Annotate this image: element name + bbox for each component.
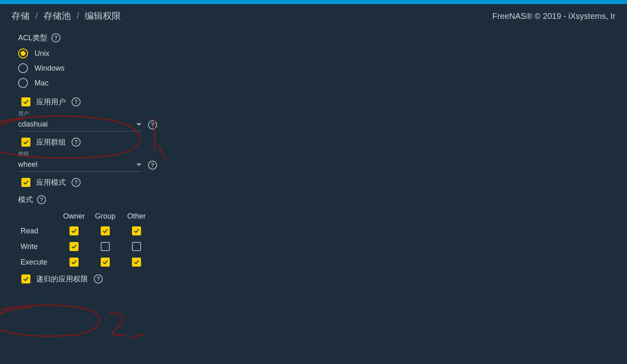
user-select-value: cdashuai <box>18 120 48 129</box>
mode-label: 模式 <box>18 195 33 205</box>
radio-button[interactable] <box>18 78 28 88</box>
apply-group-checkbox[interactable] <box>21 138 30 147</box>
help-icon[interactable]: ? <box>72 138 81 147</box>
perm-row-read: Read <box>21 226 609 235</box>
breadcrumb: 存储 / 存储池 / 编辑权限 <box>12 10 121 22</box>
group-select-value: wheel <box>18 160 37 169</box>
group-select-block: 群组 wheel ? <box>18 150 609 172</box>
help-icon[interactable]: ? <box>51 33 60 42</box>
perm-write-other-checkbox[interactable] <box>132 242 141 251</box>
permissions-header: Owner Group Other <box>21 212 609 221</box>
perm-read-other-checkbox[interactable] <box>132 226 141 235</box>
breadcrumb-separator: / <box>76 11 79 21</box>
col-group: Group <box>90 212 121 221</box>
perm-read-owner-checkbox[interactable] <box>69 226 79 235</box>
user-select-label: 用户 <box>18 110 609 117</box>
group-select-label: 群组 <box>18 150 609 158</box>
footer-copyright: FreeNAS® © 2019 - iXsystems, Ir <box>492 12 615 21</box>
perm-execute-other-checkbox[interactable] <box>132 258 141 267</box>
col-other: Other <box>121 212 152 221</box>
radio-label-unix: Unix <box>35 49 49 58</box>
row-label-write: Write <box>21 242 58 251</box>
acl-type-label: ACL类型 <box>18 33 47 43</box>
help-icon[interactable]: ? <box>94 274 103 283</box>
window-topbar <box>0 0 627 4</box>
breadcrumb-separator: / <box>35 11 38 21</box>
breadcrumb-item-storage[interactable]: 存储 <box>12 10 30 22</box>
apply-user-row: 应用用户 ? <box>21 97 609 107</box>
help-icon[interactable]: ? <box>148 120 157 129</box>
help-icon[interactable]: ? <box>37 195 46 204</box>
acl-type-radio-group: Unix Windows Mac <box>18 48 609 88</box>
radio-windows[interactable]: Windows <box>18 63 609 73</box>
group-select[interactable]: wheel <box>18 159 141 172</box>
help-icon[interactable]: ? <box>72 178 81 187</box>
user-select[interactable]: cdashuai <box>18 118 141 131</box>
radio-button[interactable] <box>18 48 28 58</box>
row-label-read: Read <box>21 227 58 235</box>
apply-group-row: 应用群组 ? <box>21 137 609 147</box>
form-content: ACL类型 ? Unix Windows Mac 应用用户 ? 用户 cdash… <box>0 28 627 295</box>
apply-user-label: 应用用户 <box>36 97 66 107</box>
permissions-table: Owner Group Other Read Write Execute <box>21 212 609 267</box>
perm-row-write: Write <box>21 242 609 251</box>
apply-mode-checkbox[interactable] <box>21 178 30 187</box>
chevron-down-icon <box>137 164 141 166</box>
perm-write-owner-checkbox[interactable] <box>69 242 79 251</box>
recursive-apply-label: 递归的应用权限 <box>36 274 88 284</box>
perm-row-execute: Execute <box>21 258 609 267</box>
help-icon[interactable]: ? <box>72 97 81 106</box>
perm-execute-group-checkbox[interactable] <box>101 258 110 267</box>
breadcrumb-item-edit-permissions: 编辑权限 <box>85 10 121 22</box>
breadcrumb-item-pools[interactable]: 存储池 <box>44 10 71 22</box>
help-icon[interactable]: ? <box>148 161 157 170</box>
mode-label-row: 模式 ? <box>18 195 609 205</box>
perm-read-group-checkbox[interactable] <box>101 226 110 235</box>
col-owner: Owner <box>58 212 90 221</box>
radio-label-windows: Windows <box>35 64 65 73</box>
apply-mode-label: 应用模式 <box>36 177 66 187</box>
apply-user-checkbox[interactable] <box>21 97 30 106</box>
chevron-down-icon <box>137 123 141 126</box>
radio-unix[interactable]: Unix <box>18 48 609 58</box>
user-select-block: 用户 cdashuai ? <box>18 110 609 131</box>
perm-execute-owner-checkbox[interactable] <box>69 258 79 267</box>
page-header: 存储 / 存储池 / 编辑权限 FreeNAS® © 2019 - iXsyst… <box>0 4 627 28</box>
apply-group-label: 应用群组 <box>36 137 66 147</box>
row-label-execute: Execute <box>21 258 58 267</box>
perm-write-group-checkbox[interactable] <box>101 242 110 251</box>
recursive-apply-checkbox[interactable] <box>21 274 30 283</box>
radio-label-mac: Mac <box>35 79 49 88</box>
radio-mac[interactable]: Mac <box>18 78 609 88</box>
apply-mode-row: 应用模式 ? <box>21 177 609 187</box>
recursive-apply-row: 递归的应用权限 ? <box>21 274 609 284</box>
acl-type-label-row: ACL类型 ? <box>18 33 609 43</box>
radio-button[interactable] <box>18 63 28 73</box>
